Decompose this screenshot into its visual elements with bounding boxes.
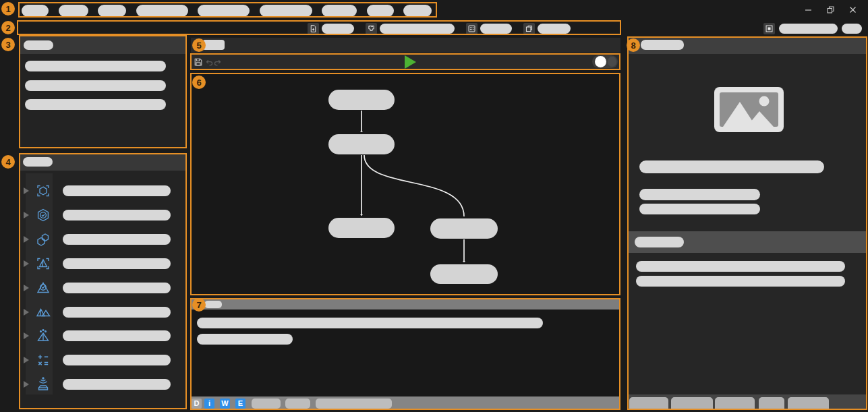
step-name-placeholder[interactable] [63,258,171,269]
minimize-button[interactable] [803,5,813,14]
copy-tag-selector[interactable] [538,24,571,34]
step-library-row[interactable] [19,374,187,394]
expand-arrow-icon[interactable] [24,187,29,194]
edit-mode-toggle[interactable] [592,55,618,68]
menu-item-9[interactable] [403,5,432,17]
menu-item-5[interactable] [198,5,250,17]
menu-item-2[interactable] [59,5,88,17]
flow-node-1[interactable] [328,90,395,110]
parameters-section-header[interactable] [628,231,867,253]
toggle-knob[interactable] [595,56,606,67]
copy-tag-icon[interactable] [523,23,535,34]
toolbar-right-group [763,19,862,38]
expand-arrow-icon[interactable] [24,260,29,267]
menu-item-7[interactable] [322,5,357,17]
pyramids-two-icon [35,304,51,320]
new-project-selector[interactable] [322,24,354,34]
expand-arrow-icon[interactable] [24,236,29,243]
step-name-placeholder[interactable] [63,379,171,390]
log-filter-pill-2[interactable] [285,399,310,409]
step-name-placeholder[interactable] [63,283,171,293]
log-panel-header[interactable] [191,299,620,310]
bottom-tab-5[interactable] [788,397,829,410]
project-panel-title-placeholder [24,40,53,50]
close-button[interactable] [848,5,857,14]
step-name-placeholder[interactable] [63,210,171,220]
log-filter-bar: DiWE [191,396,620,410]
log-filter-w-badge[interactable]: W [220,399,230,409]
math-operators-icon [35,352,51,368]
bottom-tab-4[interactable] [759,397,784,410]
camera-grid-selector[interactable] [480,24,512,34]
menu-item-1[interactable] [22,5,49,17]
property-panel [628,36,867,410]
expand-arrow-icon[interactable] [24,332,29,339]
step-library-row[interactable] [19,278,187,298]
log-filter-pill-3[interactable] [316,399,392,409]
hexagons-overlap-icon [35,231,51,247]
step-library-row[interactable] [19,350,187,370]
new-project-icon[interactable] [308,23,319,34]
log-filter-i-badge[interactable]: i [204,399,214,409]
expand-arrow-icon[interactable] [24,212,29,218]
step-name-placeholder[interactable] [63,330,171,341]
graph-canvas[interactable] [192,73,620,294]
hexagon-select-icon [35,183,51,199]
toolbar-group [308,23,354,34]
ethernet-connect-icon[interactable] [366,23,377,34]
flow-node-5[interactable] [430,264,498,284]
camera-grid-icon[interactable] [466,23,478,34]
step-library-row[interactable] [19,302,187,322]
parameter-line-2 [636,276,845,287]
menu-item-8[interactable] [367,5,394,17]
log-filter-d-badge[interactable]: D [192,399,202,409]
bottom-tab-3[interactable] [715,397,755,410]
expand-arrow-icon[interactable] [24,357,29,363]
description-line-3 [639,204,760,214]
menu-item-3[interactable] [98,5,126,17]
step-library-row[interactable] [19,205,187,225]
description-line-1 [639,160,824,173]
play-icon[interactable] [405,55,416,69]
pyramid-points-icon [35,328,51,344]
project-row-1[interactable] [25,61,166,71]
log-line-2 [197,334,293,345]
toolbar-right-pill-2[interactable] [842,24,862,34]
graph-toolbar [191,54,620,70]
log-filter-pill-1[interactable] [252,399,281,409]
step-library-row[interactable] [19,181,187,201]
step-name-placeholder[interactable] [63,355,171,365]
flow-node-2[interactable] [328,134,395,154]
panel-toggle-icon[interactable] [763,23,775,34]
project-row-3[interactable] [25,99,166,110]
pyramid-select-icon [35,256,51,272]
menu-item-4[interactable] [136,5,188,17]
flow-node-4[interactable] [430,218,498,239]
step-name-placeholder[interactable] [63,234,171,245]
expand-arrow-icon[interactable] [24,381,29,388]
step-library-title-placeholder [23,157,53,167]
expand-arrow-icon[interactable] [24,309,29,316]
app-window: DiWE 12345678 [0,0,868,412]
redo-icon[interactable] [212,57,223,67]
step-library-row[interactable] [19,229,187,249]
title-bar [0,0,868,19]
bottom-tab-1[interactable] [629,397,668,410]
step-name-placeholder[interactable] [63,307,171,318]
project-row-2[interactable] [25,80,166,91]
step-library-row[interactable] [19,326,187,346]
annotation-number-4: 4 [1,155,15,169]
graph-tab[interactable] [202,40,225,50]
bottom-tab-2[interactable] [671,397,713,410]
log-filter-e-badge[interactable]: E [235,399,245,409]
step-name-placeholder[interactable] [63,185,171,196]
flow-node-3[interactable] [328,218,395,238]
toolbar-group [466,23,512,34]
restore-button[interactable] [826,5,835,14]
step-library-row[interactable] [19,254,187,274]
ethernet-connect-selector[interactable] [380,24,455,34]
expand-arrow-icon[interactable] [24,285,29,291]
toolbar-right-pill-1[interactable] [779,24,838,34]
save-icon[interactable] [193,57,204,67]
menu-item-6[interactable] [260,5,312,17]
